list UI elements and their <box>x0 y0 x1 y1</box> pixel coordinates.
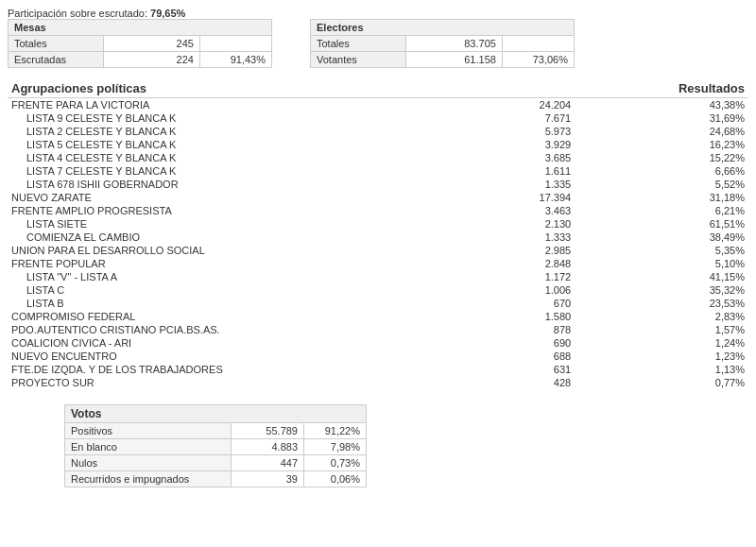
sub-party-pct: 35,32% <box>575 283 748 297</box>
electores-votantes-value: 61.158 <box>406 52 502 68</box>
sub-party-row: LISTA SIETE 2.130 61,51% <box>8 217 748 231</box>
votes-value: 39 <box>232 471 304 487</box>
party-name: COMPROMISO FEDERAL <box>8 310 415 323</box>
sub-party-name: LISTA "V" - LISTA A <box>8 270 415 283</box>
sub-party-votes: 5.973 <box>415 125 575 138</box>
sub-party-name: COMIENZA EL CAMBIO <box>8 231 415 244</box>
party-name: COALICION CIVICA - ARI <box>8 336 415 350</box>
main-party-row: FRENTE POPULAR 2.848 5,10% <box>8 257 748 270</box>
participation-line: Participación sobre escrutado: 79,65% <box>8 8 748 19</box>
votes-row: Positivos 55.789 91,22% <box>65 423 367 439</box>
sub-party-pct: 38,49% <box>575 231 748 244</box>
party-votes: 631 <box>415 363 575 376</box>
votes-value: 4.883 <box>232 439 304 455</box>
main-party-row: NUEVO ZARATE 17.394 31,18% <box>8 191 748 204</box>
sub-party-votes: 3.685 <box>415 151 575 164</box>
sub-party-votes: 1.172 <box>415 270 575 283</box>
sub-party-pct: 5,52% <box>575 178 748 191</box>
sub-party-votes: 3.929 <box>415 138 575 151</box>
main-party-row: COMPROMISO FEDERAL 1.580 2,83% <box>8 310 748 323</box>
sub-party-name: LISTA 9 CELESTE Y BLANCA K <box>8 111 415 125</box>
votes-row: Recurridos e impugnados 39 0,06% <box>65 471 367 487</box>
main-party-row: PDO.AUTENTICO CRISTIANO PCIA.BS.AS. 878 … <box>8 323 748 336</box>
col-header-agrupaciones: Agrupaciones políticas <box>8 79 415 98</box>
mesas-totales-label: Totales <box>9 36 104 52</box>
sub-party-votes: 7.671 <box>415 111 575 125</box>
sub-party-name: LISTA B <box>8 297 415 310</box>
electores-totales-pct <box>502 36 574 52</box>
party-pct: 43,38% <box>575 98 748 112</box>
sub-party-row: LISTA 9 CELESTE Y BLANCA K 7.671 31,69% <box>8 111 748 125</box>
mesas-totales-value: 245 <box>104 36 199 52</box>
electores-votantes-label: Votantes <box>311 52 406 68</box>
sub-party-row: LISTA 4 CELESTE Y BLANCA K 3.685 15,22% <box>8 151 748 164</box>
main-party-row: FTE.DE IZQDA. Y DE LOS TRABAJADORES 631 … <box>8 363 748 376</box>
party-votes: 878 <box>415 323 575 336</box>
party-name: NUEVO ZARATE <box>8 191 415 204</box>
votes-pct: 0,73% <box>304 455 367 471</box>
main-party-row: FRENTE PARA LA VICTORIA 24.204 43,38% <box>8 98 748 112</box>
votes-table: Votos Positivos 55.789 91,22% En blanco … <box>64 404 367 487</box>
party-name: NUEVO ENCUENTRO <box>8 350 415 363</box>
sub-party-pct: 41,15% <box>575 270 748 283</box>
sub-party-row: LISTA 678 ISHII GOBERNADOR 1.335 5,52% <box>8 178 748 191</box>
party-votes: 24.204 <box>415 98 575 112</box>
main-party-row: FRENTE AMPLIO PROGRESISTA 3.463 6,21% <box>8 204 748 217</box>
sub-party-name: LISTA 4 CELESTE Y BLANCA K <box>8 151 415 164</box>
mesas-escrutadas-label: Escrutadas <box>9 52 104 68</box>
sub-party-name: LISTA 678 ISHII GOBERNADOR <box>8 178 415 191</box>
mesas-section: Mesas Totales 245 Escrutadas 224 91,43% <box>8 19 272 68</box>
party-name: UNION PARA EL DESARROLLO SOCIAL <box>8 244 415 257</box>
party-name: FRENTE POPULAR <box>8 257 415 270</box>
sub-party-name: LISTA C <box>8 283 415 297</box>
sub-party-row: LISTA "V" - LISTA A 1.172 41,15% <box>8 270 748 283</box>
party-votes: 17.394 <box>415 191 575 204</box>
sub-party-votes: 1.611 <box>415 164 575 178</box>
party-pct: 2,83% <box>575 310 748 323</box>
sub-party-name: LISTA 5 CELESTE Y BLANCA K <box>8 138 415 151</box>
party-pct: 5,10% <box>575 257 748 270</box>
participation-label: Participación sobre escrutado: <box>8 8 147 19</box>
sub-party-row: LISTA 5 CELESTE Y BLANCA K 3.929 16,23% <box>8 138 748 151</box>
sub-party-row: LISTA B 670 23,53% <box>8 297 748 310</box>
sub-party-pct: 16,23% <box>575 138 748 151</box>
votes-pct: 91,22% <box>304 423 367 439</box>
party-votes: 3.463 <box>415 204 575 217</box>
votes-section: Votos Positivos 55.789 91,22% En blanco … <box>8 404 748 487</box>
votes-label: Positivos <box>65 423 232 439</box>
votes-value: 55.789 <box>232 423 304 439</box>
party-name: FRENTE AMPLIO PROGRESISTA <box>8 204 415 217</box>
party-pct: 1,13% <box>575 363 748 376</box>
party-name: FTE.DE IZQDA. Y DE LOS TRABAJADORES <box>8 363 415 376</box>
party-votes: 1.580 <box>415 310 575 323</box>
sub-party-pct: 15,22% <box>575 151 748 164</box>
main-party-row: COALICION CIVICA - ARI 690 1,24% <box>8 336 748 350</box>
electores-votantes-pct: 73,06% <box>502 52 574 68</box>
party-pct: 5,35% <box>575 244 748 257</box>
party-pct: 31,18% <box>575 191 748 204</box>
sub-party-pct: 23,53% <box>575 297 748 310</box>
votes-label: Nulos <box>65 455 232 471</box>
col-header-resultados: Resultados <box>415 79 748 98</box>
sub-party-row: COMIENZA EL CAMBIO 1.333 38,49% <box>8 231 748 244</box>
mesas-title: Mesas <box>9 20 272 36</box>
party-pct: 0,77% <box>575 376 748 389</box>
sub-party-votes: 1.335 <box>415 178 575 191</box>
sub-party-votes: 1.006 <box>415 283 575 297</box>
party-name: PROYECTO SUR <box>8 376 415 389</box>
sub-party-pct: 24,68% <box>575 125 748 138</box>
party-pct: 1,24% <box>575 336 748 350</box>
party-votes: 688 <box>415 350 575 363</box>
sub-party-pct: 31,69% <box>575 111 748 125</box>
electores-totales-label: Totales <box>311 36 406 52</box>
votes-title: Votos <box>65 405 367 423</box>
party-pct: 1,57% <box>575 323 748 336</box>
sub-party-votes: 1.333 <box>415 231 575 244</box>
party-votes: 428 <box>415 376 575 389</box>
results-table: Agrupaciones políticas Resultados FRENTE… <box>8 79 748 389</box>
main-party-row: UNION PARA EL DESARROLLO SOCIAL 2.985 5,… <box>8 244 748 257</box>
votes-pct: 7,98% <box>304 439 367 455</box>
votes-row: Nulos 447 0,73% <box>65 455 367 471</box>
sub-party-name: LISTA SIETE <box>8 217 415 231</box>
party-pct: 1,23% <box>575 350 748 363</box>
